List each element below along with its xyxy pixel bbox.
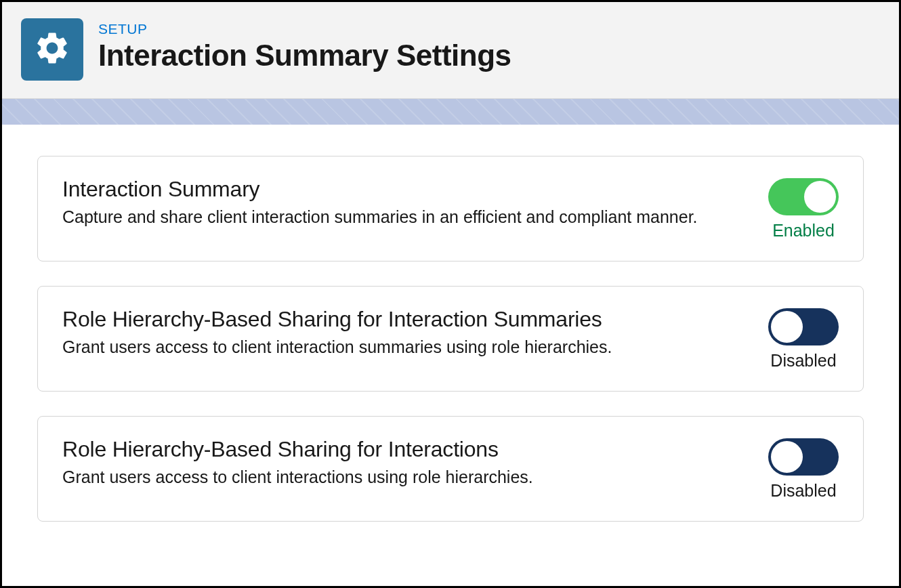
toggle-status-label: Enabled [772,221,835,240]
toggle-knob [771,441,803,473]
page-title: Interaction Summary Settings [98,39,511,72]
content-area: Interaction Summary Capture and share cl… [2,125,899,577]
setting-text: Role Hierarchy-Based Sharing for Interac… [62,437,741,489]
setting-role-hierarchy-interactions: Role Hierarchy-Based Sharing for Interac… [37,416,864,522]
toggle-role-hierarchy-interactions[interactable] [768,438,839,476]
setting-description: Capture and share client interaction sum… [62,206,741,229]
setting-title: Role Hierarchy-Based Sharing for Interac… [62,437,741,462]
header-text: SETUP Interaction Summary Settings [98,18,511,72]
decorative-band [2,99,899,125]
toggle-container: Disabled [768,437,839,501]
toggle-knob [804,181,836,213]
toggle-container: Enabled [768,177,839,240]
setting-role-hierarchy-summaries: Role Hierarchy-Based Sharing for Interac… [37,286,864,392]
setting-title: Role Hierarchy-Based Sharing for Interac… [62,307,741,332]
setting-text: Role Hierarchy-Based Sharing for Interac… [62,307,741,359]
setting-text: Interaction Summary Capture and share cl… [62,177,741,229]
setting-interaction-summary: Interaction Summary Capture and share cl… [37,156,864,261]
toggle-interaction-summary[interactable] [768,178,839,215]
toggle-knob [771,311,803,343]
gear-icon [33,29,71,70]
setting-description: Grant users access to client interaction… [62,336,741,359]
toggle-role-hierarchy-summaries[interactable] [768,308,839,345]
page-header: SETUP Interaction Summary Settings [2,2,899,99]
setting-description: Grant users access to client interaction… [62,466,741,489]
toggle-status-label: Disabled [770,351,836,371]
toggle-container: Disabled [768,307,839,371]
breadcrumb: SETUP [98,21,511,37]
setting-title: Interaction Summary [62,177,741,202]
setup-icon-box [21,18,83,81]
toggle-status-label: Disabled [770,481,836,501]
